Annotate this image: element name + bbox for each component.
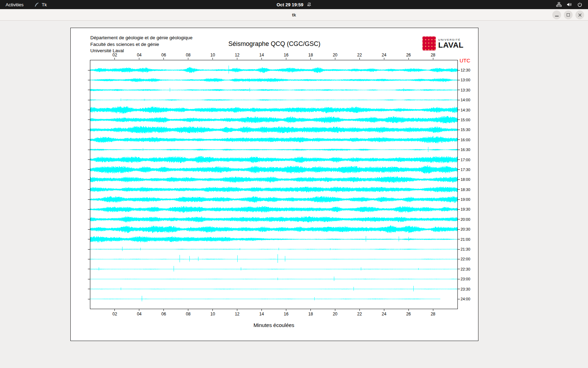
close-button[interactable] bbox=[575, 11, 584, 19]
x-axis-label-top: 14 bbox=[259, 53, 264, 57]
x-axis-tick-bottom bbox=[188, 309, 188, 311]
trace-tick-right bbox=[458, 120, 460, 120]
maximize-icon bbox=[567, 13, 570, 16]
trace-tick-right bbox=[458, 159, 460, 160]
trace-tick-left bbox=[88, 219, 90, 219]
trace-tick-right bbox=[458, 130, 460, 130]
close-icon bbox=[578, 13, 582, 17]
chart-title: Séismographe QCQ (CGC/GSC) bbox=[71, 40, 478, 48]
trace-tick-left bbox=[88, 199, 90, 200]
window-titlebar[interactable]: tk bbox=[0, 9, 588, 21]
x-axis-title: Minutes écoulées bbox=[90, 322, 457, 328]
trace-time-label: 15:00 bbox=[461, 117, 470, 122]
maximize-button[interactable] bbox=[564, 11, 573, 19]
system-status-menu[interactable] bbox=[556, 0, 588, 9]
window-title: tk bbox=[0, 9, 588, 21]
laval-logo: UNIVERSITÉ LAVAL bbox=[422, 36, 464, 51]
trace-tick-left bbox=[88, 100, 90, 100]
x-axis-label-top: 04 bbox=[137, 53, 141, 57]
x-axis-label-bottom: 14 bbox=[259, 312, 264, 316]
top-bar: Activities Tk Oct 29 19:59 bbox=[0, 0, 588, 9]
activities-button[interactable]: Activities bbox=[6, 0, 23, 9]
trace-tick-right bbox=[458, 100, 460, 100]
clock-menu[interactable]: Oct 29 19:59 bbox=[276, 0, 312, 9]
trace-time-label: 21:30 bbox=[461, 247, 470, 252]
trace-tick-left bbox=[88, 299, 90, 299]
window-controls bbox=[552, 11, 584, 19]
plot-frame bbox=[90, 60, 458, 309]
x-axis-tick-top bbox=[310, 58, 311, 60]
trace-tick-right bbox=[458, 189, 460, 190]
trace-tick-right bbox=[458, 110, 460, 110]
trace-tick-left bbox=[88, 70, 90, 70]
logo-laval-label: LAVAL bbox=[438, 41, 464, 49]
trace-tick-right bbox=[458, 70, 460, 70]
x-axis-label-top: 20 bbox=[333, 53, 337, 57]
trace-time-label: 18:00 bbox=[461, 177, 470, 182]
trace-time-label: 16:00 bbox=[461, 137, 470, 142]
x-axis-label-bottom: 12 bbox=[235, 312, 239, 316]
trace-tick-left bbox=[88, 80, 90, 80]
trace-time-label: 18:30 bbox=[461, 187, 470, 192]
trace-time-label: 24:00 bbox=[461, 297, 470, 301]
minimize-icon bbox=[555, 16, 559, 16]
power-icon bbox=[577, 2, 582, 7]
trace-tick-right bbox=[458, 229, 460, 230]
x-axis-label-bottom: 10 bbox=[210, 312, 215, 316]
trace-time-label: 17:00 bbox=[461, 157, 470, 162]
x-axis-tick-top bbox=[335, 58, 335, 60]
trace-tick-right bbox=[458, 150, 460, 150]
x-axis-label-bottom: 20 bbox=[333, 312, 337, 316]
trace-time-label: 20:30 bbox=[461, 227, 470, 232]
x-axis-tick-top bbox=[212, 58, 213, 60]
trace-tick-right bbox=[458, 249, 460, 250]
x-axis-tick-top bbox=[433, 58, 433, 60]
trace-tick-right bbox=[458, 169, 460, 170]
x-axis-tick-bottom bbox=[139, 309, 139, 311]
trace-time-label: 13:00 bbox=[461, 77, 470, 82]
x-axis-tick-top bbox=[384, 58, 384, 60]
x-axis-tick-top bbox=[408, 58, 409, 60]
x-axis-tick-top bbox=[139, 58, 139, 60]
x-axis-tick-bottom bbox=[310, 309, 311, 311]
trace-tick-left bbox=[88, 150, 90, 150]
window-content: Département de géologie et de génie géol… bbox=[0, 21, 588, 368]
x-axis-tick-bottom bbox=[433, 309, 433, 311]
x-axis-tick-top bbox=[286, 58, 286, 60]
x-axis-label-bottom: 02 bbox=[112, 312, 117, 316]
trace-tick-left bbox=[88, 229, 90, 230]
trace-tick-left bbox=[88, 269, 90, 269]
trace-time-label: 20:00 bbox=[461, 217, 470, 222]
x-axis-label-top: 12 bbox=[235, 53, 239, 57]
trace-tick-left bbox=[88, 209, 90, 210]
x-axis-label-bottom: 16 bbox=[284, 312, 288, 316]
x-axis-label-top: 02 bbox=[112, 53, 117, 57]
focused-app-indicator[interactable]: Tk bbox=[34, 0, 47, 9]
trace-tick-right bbox=[458, 279, 460, 279]
x-axis-label-bottom: 22 bbox=[357, 312, 362, 316]
x-axis-tick-bottom bbox=[359, 309, 360, 311]
x-axis-label-top: 06 bbox=[161, 53, 166, 57]
app-name-label: Tk bbox=[42, 2, 47, 7]
x-axis-tick-top bbox=[163, 58, 164, 60]
x-axis-label-top: 22 bbox=[357, 53, 362, 57]
trace-time-label: 19:00 bbox=[461, 197, 470, 202]
x-axis-label-bottom: 06 bbox=[161, 312, 166, 316]
trace-tick-left bbox=[88, 289, 90, 289]
trace-time-label: 15:30 bbox=[461, 127, 470, 132]
trace-tick-right bbox=[458, 90, 460, 90]
trace-tick-left bbox=[88, 239, 90, 239]
trace-tick-right bbox=[458, 239, 460, 239]
x-axis-tick-bottom bbox=[335, 309, 335, 311]
x-axis-label-bottom: 24 bbox=[382, 312, 386, 316]
trace-tick-left bbox=[88, 189, 90, 190]
trace-tick-right bbox=[458, 289, 460, 289]
x-axis-tick-bottom bbox=[163, 309, 164, 311]
trace-tick-left bbox=[88, 110, 90, 110]
x-axis-tick-bottom bbox=[286, 309, 286, 311]
trace-tick-right bbox=[458, 199, 460, 200]
x-axis-tick-bottom bbox=[408, 309, 409, 311]
trace-tick-right bbox=[458, 269, 460, 269]
trace-tick-left bbox=[88, 169, 90, 170]
minimize-button[interactable] bbox=[552, 11, 561, 19]
